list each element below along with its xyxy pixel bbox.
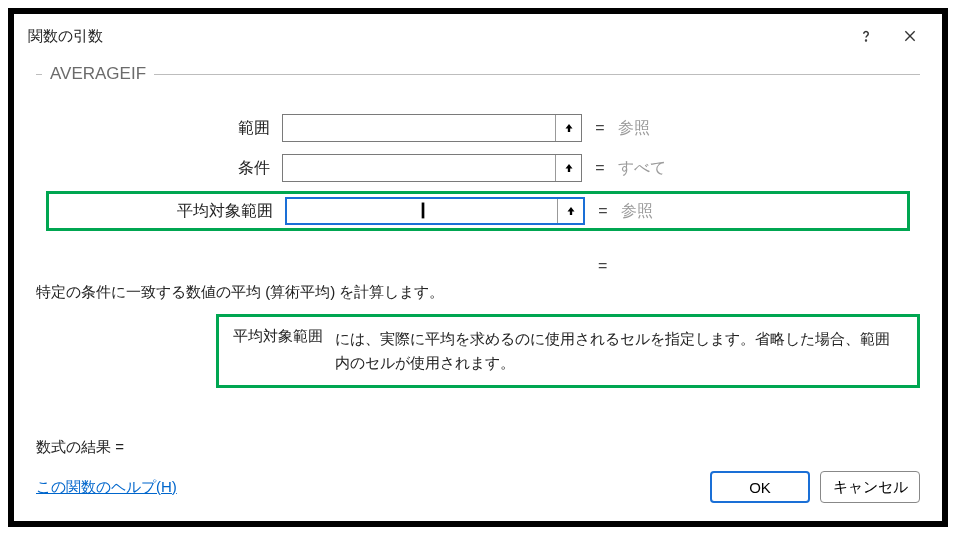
arg-row-criteria: 条件 = すべて xyxy=(46,151,910,185)
arg-row-average-range: 平均対象範囲 Ｉ = 参照 xyxy=(46,191,910,231)
cancel-button[interactable]: キャンセル xyxy=(820,471,920,503)
equals-label: = xyxy=(582,119,618,137)
argument-description: には、実際に平均を求めるのに使用されるセルを指定します。省略した場合、範囲内のセ… xyxy=(335,327,903,375)
argument-description-block: 平均対象範囲 には、実際に平均を求めるのに使用されるセルを指定します。省略した場… xyxy=(216,314,920,388)
equals-label: = xyxy=(598,257,607,275)
collapse-dialog-icon[interactable] xyxy=(555,115,581,141)
criteria-input-wrap xyxy=(282,154,582,182)
arg-row-range: 範囲 = 参照 xyxy=(46,111,910,145)
svg-point-0 xyxy=(866,40,867,41)
arg-label: 平均対象範囲 xyxy=(49,201,285,222)
equals-label: = xyxy=(585,202,621,220)
range-input-wrap xyxy=(282,114,582,142)
close-icon[interactable] xyxy=(888,22,932,50)
arg-hint: 参照 xyxy=(621,201,653,222)
text-cursor-icon: Ｉ xyxy=(287,199,557,223)
dialog-title: 関数の引数 xyxy=(28,27,844,46)
dialog-body: AVERAGEIF 範囲 = 参照 条件 xyxy=(14,74,942,521)
formula-result-label: 数式の結果 = xyxy=(36,438,124,455)
arg-label: 範囲 xyxy=(46,118,282,139)
range-input[interactable] xyxy=(283,115,555,141)
arg-hint: 参照 xyxy=(618,118,650,139)
function-name-label: AVERAGEIF xyxy=(42,64,154,84)
argument-name: 平均対象範囲 xyxy=(233,327,323,375)
arg-hint: すべて xyxy=(618,158,666,179)
function-arguments-dialog: 関数の引数 AVERAGEIF 範囲 xyxy=(8,8,948,527)
equals-label: = xyxy=(582,159,618,177)
arg-label: 条件 xyxy=(46,158,282,179)
ok-button[interactable]: OK xyxy=(710,471,810,503)
arguments-group: AVERAGEIF 範囲 = 参照 条件 xyxy=(36,74,920,247)
titlebar: 関数の引数 xyxy=(14,14,942,60)
collapse-dialog-icon[interactable] xyxy=(555,155,581,181)
help-icon[interactable] xyxy=(844,22,888,50)
collapse-dialog-icon[interactable] xyxy=(557,199,583,223)
function-help-link[interactable]: この関数のヘルプ(H) xyxy=(36,478,177,497)
average-range-input-wrap: Ｉ xyxy=(285,197,585,225)
preview-equals-row: = xyxy=(36,257,920,275)
function-description: 特定の条件に一致する数値の平均 (算術平均) を計算します。 xyxy=(36,283,920,302)
criteria-input[interactable] xyxy=(283,155,555,181)
dialog-footer: この関数のヘルプ(H) OK キャンセル xyxy=(36,471,920,503)
formula-result: 数式の結果 = xyxy=(36,438,920,457)
